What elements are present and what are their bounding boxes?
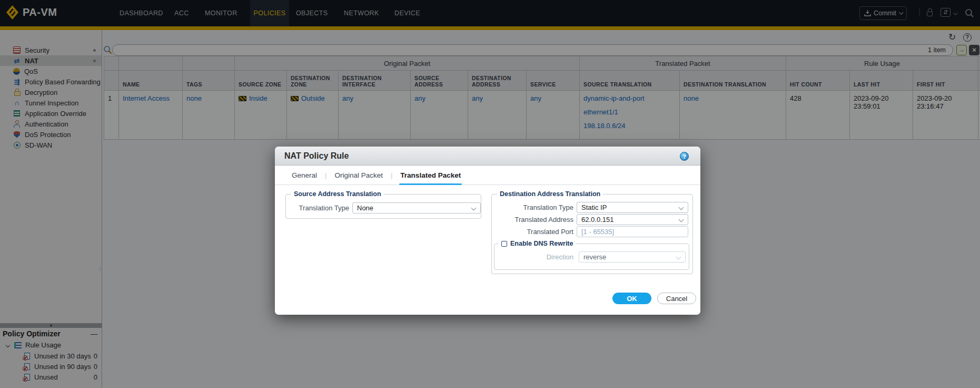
translated-address-label: Translated Address (497, 216, 573, 224)
selected-value: Static IP (581, 203, 607, 211)
direction-label: Direction (500, 253, 573, 261)
translated-port-label: Translated Port (497, 228, 573, 236)
tab-general[interactable]: General (291, 166, 318, 185)
selected-value: 62.0.0.151 (581, 216, 613, 224)
destination-address-translation-fieldset: Destination Address Translation Translat… (491, 194, 693, 274)
dest-translation-type-label: Translation Type (497, 203, 573, 211)
direction-select: reverse (579, 251, 686, 263)
nat-policy-rule-dialog: NAT Policy Rule ? General | Original Pac… (275, 147, 700, 315)
selected-value: reverse (583, 253, 606, 261)
tab-original-packet[interactable]: Original Packet (333, 166, 384, 185)
enable-dns-rewrite-checkbox[interactable] (501, 241, 507, 247)
translated-port-input[interactable] (577, 226, 688, 237)
fieldset-legend: Destination Address Translation (497, 190, 603, 198)
tab-translated-packet[interactable]: Translated Packet (399, 166, 462, 185)
dialog-tabs: General | Original Packet | Translated P… (275, 166, 700, 185)
selected-value: None (357, 204, 373, 212)
source-translation-type-select[interactable]: None (352, 202, 481, 214)
pa-vm-screen: PA-VM DASHBOARD ACC MONITOR POLICIES OBJ… (0, 0, 980, 388)
dialog-header[interactable]: NAT Policy Rule ? (275, 147, 700, 166)
tab-separator: | (384, 166, 399, 185)
dialog-help-icon[interactable]: ? (680, 152, 689, 161)
fieldset-legend: Source Address Translation (291, 190, 384, 198)
enable-dns-rewrite-label: Enable DNS Rewrite (510, 240, 573, 247)
ok-button[interactable]: OK (612, 293, 651, 304)
tab-separator: | (318, 166, 333, 185)
cancel-button[interactable]: Cancel (657, 293, 696, 304)
source-translation-type-label: Translation Type (291, 204, 349, 212)
source-address-translation-fieldset: Source Address Translation Translation T… (285, 194, 481, 219)
translated-address-combo[interactable]: 62.0.0.151 (577, 214, 688, 225)
enable-dns-rewrite-fieldset: Enable DNS Rewrite Direction reverse (494, 244, 689, 270)
dest-translation-type-select[interactable]: Static IP (577, 202, 688, 213)
dialog-title: NAT Policy Rule (284, 147, 349, 166)
